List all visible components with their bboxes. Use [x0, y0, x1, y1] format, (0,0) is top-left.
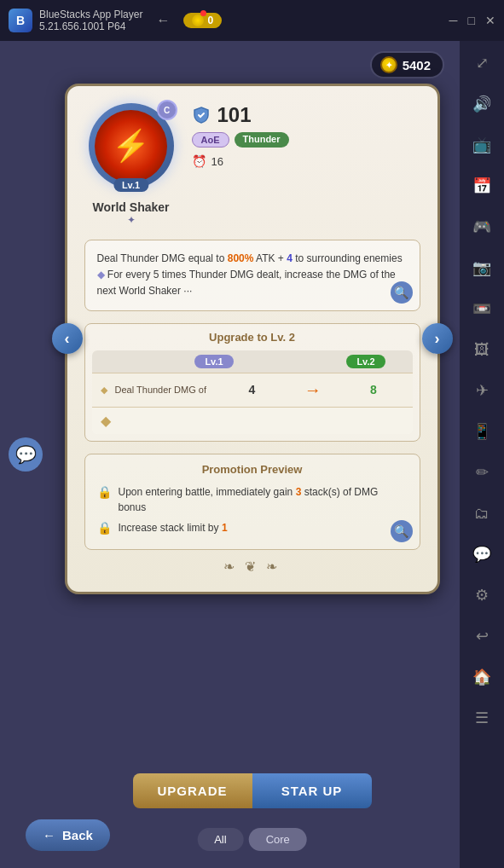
- top-coin-amount: 5402: [403, 58, 431, 72]
- sidebar-display-icon[interactable]: 📺: [468, 131, 495, 159]
- back-label: Back: [62, 828, 93, 842]
- skill-icon-wrapper: ⚡ C Lv.1 World Shaker ✦: [84, 103, 178, 226]
- dmg-percent: 800%: [228, 252, 254, 264]
- cooldown-row: ⏰ 16: [192, 154, 420, 168]
- maximize-btn[interactable]: □: [468, 14, 475, 27]
- level-badge: Lv.1: [113, 178, 148, 192]
- tag-aoe: AoE: [192, 132, 229, 148]
- promotion-item-2: 🔒 Increase stack limit by 1: [97, 520, 408, 535]
- main-area: ✦ 5402 💬 ‹ › ⚡ C: [0, 41, 504, 868]
- chat-button[interactable]: 💬: [9, 437, 43, 472]
- sidebar-right: ⤢ 🔊 📺 📅 🎮 📷 📼 🖼 ✈ 📱 ✏ 🗂 💬 ⚙ ↩ 🏠 ☰: [460, 41, 504, 868]
- promo-num-2: 1: [222, 522, 228, 534]
- lock-icon-1: 🔒: [97, 485, 112, 499]
- title-bar: B BlueStacks App Player 5.21.656.1001 P6…: [0, 0, 504, 41]
- back-button[interactable]: ← Back: [26, 819, 110, 851]
- tab-core[interactable]: Core: [249, 828, 307, 851]
- diamond-icon: ◆: [97, 269, 105, 281]
- back-arrow-icon: ←: [43, 828, 55, 842]
- skill-icon-inner: ⚡: [95, 110, 167, 182]
- lock-icon-2: 🔒: [97, 521, 112, 535]
- upgrade-row-empty: ◆: [92, 407, 413, 434]
- close-btn[interactable]: ✕: [485, 14, 495, 27]
- sidebar-back-icon[interactable]: ↩: [468, 622, 495, 650]
- app-logo: B: [9, 9, 32, 32]
- upgrade-col-lv2: Lv.2: [328, 356, 404, 367]
- cooldown-value: 16: [211, 155, 223, 168]
- tab-all[interactable]: All: [197, 828, 243, 851]
- promotion-text-2: Increase stack limit by 1: [119, 520, 228, 535]
- coin-count: 0: [207, 14, 213, 26]
- window-controls: ─ □ ✕: [449, 14, 495, 27]
- upgrade-header: Lv.1 Lv.2: [92, 350, 413, 373]
- filter-tabs: All Core: [197, 828, 307, 851]
- upgrade-title: Upgrade to Lv. 2: [85, 324, 420, 350]
- plus-dots: ✦: [127, 214, 136, 226]
- sidebar-video-icon[interactable]: 📼: [468, 295, 495, 322]
- sidebar-volume-icon[interactable]: 🔊: [468, 90, 495, 118]
- game-area: ✦ 5402 💬 ‹ › ⚡ C: [0, 41, 504, 868]
- card-header: ⚡ C Lv.1 World Shaker ✦: [84, 103, 420, 226]
- skill-level-number: 101: [217, 103, 252, 127]
- upgrade-section: Upgrade to Lv. 2 Lv.1 Lv.2: [84, 323, 420, 442]
- sidebar-gamepad-icon[interactable]: 🎮: [468, 213, 495, 240]
- sidebar-flight-icon[interactable]: ✈: [468, 377, 495, 404]
- sidebar-layers-icon[interactable]: 🗂: [468, 500, 495, 527]
- sidebar-home-icon[interactable]: 🏠: [468, 663, 495, 691]
- excl-badge: C: [157, 100, 177, 120]
- bottom-action-buttons: UPGRADE STAR UP: [133, 773, 372, 808]
- promotion-text-1: Upon entering battle, immediately gain 3…: [119, 484, 408, 515]
- description-zoom-btn[interactable]: 🔍: [391, 281, 413, 304]
- upgrade-arrow: →: [282, 380, 343, 400]
- sidebar-menu-icon[interactable]: ☰: [468, 704, 495, 732]
- shield-icon: [192, 106, 211, 124]
- promotion-zoom-btn[interactable]: 🔍: [391, 520, 413, 542]
- top-coin-display: ✦ 5402: [370, 51, 444, 78]
- app-version: 5.21.656.1001 P64: [39, 20, 142, 32]
- sidebar-expand-icon[interactable]: ⤢: [468, 49, 495, 77]
- coin-icon: ✦: [380, 56, 397, 73]
- upgrade-col-arrow: [252, 356, 328, 367]
- upgrade-row-1: ◆ Deal Thunder DMG of 4 → 8: [92, 373, 413, 407]
- lv1-badge: Lv.1: [194, 355, 233, 368]
- upgrade-button[interactable]: UPGRADE: [133, 773, 252, 808]
- upgrade-col-lv1: Lv.1: [177, 356, 252, 367]
- sidebar-edit-icon[interactable]: ✏: [468, 459, 495, 486]
- skill-name: World Shaker: [93, 200, 170, 214]
- upgrade-row-val: 4: [222, 383, 282, 396]
- discord-icon[interactable]: 💬: [468, 541, 495, 568]
- promo-num-1: 3: [296, 486, 302, 498]
- upgrade-row-new: 8: [343, 383, 403, 396]
- description-text: Deal Thunder DMG equal to 800% ATK + 4 t…: [97, 251, 408, 300]
- starup-button[interactable]: STAR UP: [252, 773, 372, 808]
- skill-card-container: ‹ › ⚡ C Lv.1 World Shaker ✦: [65, 84, 440, 594]
- nav-left-arrow[interactable]: ‹: [52, 323, 83, 354]
- upgrade-table: Lv.1 Lv.2 ◆ Deal Thunder DMG of: [92, 350, 413, 434]
- empty-dot: ◆: [101, 414, 111, 428]
- row-dot: ◆: [101, 385, 107, 395]
- tags-row: AoE Thunder: [192, 132, 420, 148]
- upgrade-col-label: [101, 356, 177, 367]
- upgrade-row-label: ◆ Deal Thunder DMG of: [101, 385, 222, 396]
- description-box: Deal Thunder DMG equal to 800% ATK + 4 t…: [84, 240, 420, 311]
- promotion-item-1: 🔒 Upon entering battle, immediately gain…: [97, 484, 408, 515]
- lv2-badge: Lv.2: [346, 355, 385, 368]
- sidebar-calendar-icon[interactable]: 📅: [468, 172, 495, 200]
- nav-right-arrow[interactable]: ›: [422, 323, 453, 354]
- card-bottom-deco: ❧ ❦ ❧: [84, 558, 420, 575]
- skill-info: 101 AoE Thunder ⏰ 16: [192, 103, 420, 168]
- skill-icon-frame: ⚡ C Lv.1: [89, 103, 174, 188]
- minimize-btn[interactable]: ─: [449, 14, 458, 27]
- sidebar-image-icon[interactable]: 🖼: [468, 336, 495, 363]
- back-nav-arrow[interactable]: ←: [156, 13, 170, 28]
- app-name: BlueStacks App Player: [39, 9, 142, 20]
- sidebar-device-icon[interactable]: 📱: [468, 418, 495, 445]
- skill-level-row: 101: [192, 103, 420, 127]
- promotion-title: Promotion Preview: [97, 463, 408, 476]
- coin-badge: 0: [183, 13, 222, 28]
- coin-circle: [192, 14, 204, 26]
- promotion-section: Promotion Preview 🔒 Upon entering battle…: [84, 454, 420, 550]
- skill-card: ‹ › ⚡ C Lv.1 World Shaker ✦: [65, 84, 440, 594]
- sidebar-settings-icon[interactable]: ⚙: [468, 582, 495, 609]
- sidebar-camera-icon[interactable]: 📷: [468, 254, 495, 281]
